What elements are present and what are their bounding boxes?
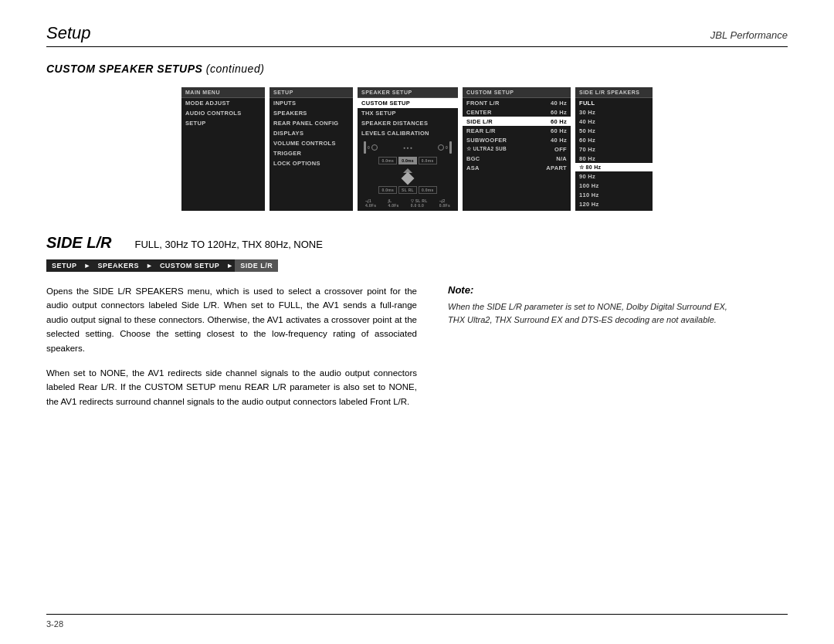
side-lr-heading: SIDE L/R FULL, 30Hz TO 120Hz, THX 80Hz, … (46, 234, 788, 252)
breadcrumb-side-lr[interactable]: SIDE L/R (235, 259, 278, 272)
speaker-diagram: 0 ● ● ● 0 0.0ms (358, 138, 458, 211)
side-lr-item-40hz[interactable]: 40 Hz (575, 117, 653, 126)
side-lr-item-70hz[interactable]: 70 Hz (575, 144, 653, 154)
breadcrumb-arrow-3: ► (225, 259, 235, 272)
body-columns: Opens the SIDE L/R SPEAKERS menu, which … (46, 284, 788, 419)
setup-menu-panel: SETUP INPUTS SPEAKERS REAR PANEL CONFIG … (270, 87, 353, 211)
side-lr-options: FULL, 30Hz TO 120Hz, THX 80Hz, NONE (134, 239, 322, 250)
breadcrumb-setup[interactable]: SETUP (46, 259, 83, 272)
main-menu-header: MAIN MENU (181, 87, 265, 98)
breadcrumb-speakers[interactable]: SPEAKERS (92, 259, 144, 272)
menu-item-lock-options[interactable]: LOCK OPTIONS (270, 158, 353, 168)
header-brand: JBL Performance (710, 29, 788, 41)
breadcrumb-custom-setup[interactable]: CUSTOM SETUP (154, 259, 225, 272)
custom-row-front[interactable]: FRONT L/R40 Hz (463, 98, 571, 107)
side-lr-item-80hz[interactable]: 80 Hz (575, 154, 653, 163)
side-lr-title: SIDE L/R (46, 234, 111, 252)
menu-item-custom-setup[interactable]: CUSTOM SETUP (358, 98, 458, 108)
side-lr-item-thx-80hz[interactable]: ☆ 80 Hz (575, 163, 653, 171)
main-menu-panel: MAIN MENU MODE ADJUST AUDIO CONTROLS SET… (181, 87, 265, 211)
menu-item-volume-controls[interactable]: VOLUME CONTROLS (270, 138, 353, 148)
side-lr-item-90hz[interactable]: 90 Hz (575, 171, 653, 181)
note-title: Note: (448, 284, 741, 296)
content-section: SIDE L/R FULL, 30Hz TO 120Hz, THX 80Hz, … (46, 234, 788, 419)
page-header: Setup JBL Performance (46, 23, 788, 47)
custom-row-ultra2-sub[interactable]: ☆ ULTRA2 SUBOFF (463, 144, 571, 154)
side-lr-speakers-header: SIDE L/R SPEAKERS (575, 87, 653, 98)
menu-item-rear-panel-config[interactable]: REAR PANEL CONFIG (270, 118, 353, 128)
side-lr-item-120hz[interactable]: 120 Hz (575, 199, 653, 208)
body-paragraph-2: When set to NONE, the AV1 redirects side… (46, 366, 417, 408)
menus-row: MAIN MENU MODE ADJUST AUDIO CONTROLS SET… (46, 87, 788, 211)
side-lr-item-full[interactable]: FULL (575, 98, 653, 107)
custom-setup-header: CUSTOM SETUP (463, 87, 571, 98)
custom-row-rear[interactable]: REAR L/R60 Hz (463, 126, 571, 135)
header-title: Setup (46, 23, 91, 43)
side-lr-item-30hz[interactable]: 30 Hz (575, 107, 653, 117)
page-footer: 3-28 (46, 614, 788, 629)
custom-row-subwoofer[interactable]: SUBWOOFER40 Hz (463, 135, 571, 144)
side-lr-item-60hz[interactable]: 60 Hz (575, 135, 653, 144)
breadcrumb-arrow-1: ► (83, 259, 93, 272)
side-lr-item-100hz[interactable]: 100 Hz (575, 181, 653, 190)
side-lr-speakers-panel: SIDE L/R SPEAKERS FULL 30 Hz 40 Hz 50 Hz… (575, 87, 653, 211)
menu-item-trigger[interactable]: TRIGGER (270, 148, 353, 158)
menu-item-levels-calibration[interactable]: LEVELS CALIBRATION (358, 128, 458, 138)
menu-item-displays[interactable]: DISPLAYS (270, 128, 353, 138)
speaker-setup-header: SPEAKER SETUP (358, 87, 458, 98)
body-left: Opens the SIDE L/R SPEAKERS menu, which … (46, 284, 417, 419)
side-lr-item-50hz[interactable]: 50 Hz (575, 126, 653, 135)
breadcrumb-arrow-2: ► (144, 259, 154, 272)
section-subtitle: (continued) (206, 63, 265, 75)
body-paragraph-1: Opens the SIDE L/R SPEAKERS menu, which … (46, 284, 417, 355)
setup-menu-header: SETUP (270, 87, 353, 98)
page-number: 3-28 (46, 619, 63, 629)
note-text: When the SIDE L/R parameter is set to NO… (448, 300, 741, 327)
custom-row-bgc[interactable]: BGCN/A (463, 154, 571, 163)
speaker-setup-panel: SPEAKER SETUP CUSTOM SETUP THX SETUP SPE… (358, 87, 458, 211)
breadcrumb: SETUP ► SPEAKERS ► CUSTOM SETUP ► SIDE L… (46, 259, 278, 272)
custom-row-side[interactable]: SIDE L/R60 Hz (463, 117, 571, 126)
menu-item-inputs[interactable]: INPUTS (270, 98, 353, 108)
menu-item-thx-setup[interactable]: THX SETUP (358, 108, 458, 118)
menu-item-audio-controls[interactable]: AUDIO CONTROLS (181, 108, 265, 118)
menu-item-speaker-distances[interactable]: SPEAKER DISTANCES (358, 118, 458, 128)
menu-item-mode-adjust[interactable]: MODE ADJUST (181, 98, 265, 108)
section-title: CUSTOM SPEAKER SETUPS (continued) (46, 63, 788, 75)
custom-setup-panel: CUSTOM SETUP FRONT L/R40 Hz CENTER60 Hz … (463, 87, 571, 211)
side-lr-item-110hz[interactable]: 110 Hz (575, 190, 653, 199)
menu-item-speakers[interactable]: SPEAKERS (270, 108, 353, 118)
menu-item-setup[interactable]: SETUP (181, 118, 265, 128)
body-right: Note: When the SIDE L/R parameter is set… (448, 284, 741, 419)
page: Setup JBL Performance CUSTOM SPEAKER SET… (0, 0, 834, 644)
custom-row-asa[interactable]: ASAAPART (463, 163, 571, 172)
custom-row-center[interactable]: CENTER60 Hz (463, 107, 571, 117)
